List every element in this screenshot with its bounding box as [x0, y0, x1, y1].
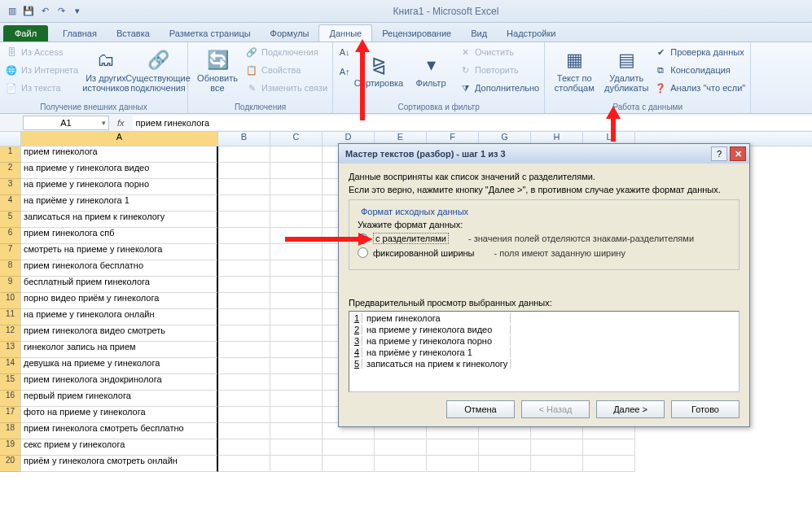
cell[interactable]	[218, 439, 270, 456]
cell[interactable]	[218, 260, 270, 277]
undo-icon[interactable]: ↶	[37, 4, 52, 19]
row-header[interactable]: 15	[0, 374, 21, 391]
existing-connections-button[interactable]: 🔗 Существующие подключения	[134, 44, 182, 98]
tab-formulas[interactable]: Формулы	[261, 25, 319, 41]
cell[interactable]: прием гинеколога	[21, 146, 218, 163]
tab-page-layout[interactable]: Разметка страницы	[160, 25, 261, 41]
cell[interactable]	[218, 212, 270, 228]
dialog-close-button[interactable]: ✕	[730, 146, 746, 161]
filter-button[interactable]: ▾ Фильтр	[406, 44, 455, 98]
row-header[interactable]: 3	[0, 179, 21, 195]
cell[interactable]	[270, 391, 323, 407]
cell[interactable]	[270, 146, 323, 163]
cell[interactable]: прием гинеколога видео смотреть	[21, 325, 218, 342]
cell[interactable]	[218, 456, 270, 472]
from-text-button[interactable]: 📄Из текста	[5, 80, 78, 96]
qat-dropdown-icon[interactable]: ▾	[70, 4, 85, 19]
row-header[interactable]: 4	[0, 195, 21, 212]
text-to-columns-button[interactable]: ▦ Текст по столбцам	[550, 44, 599, 98]
row-header[interactable]: 9	[0, 277, 21, 293]
cell[interactable]	[270, 260, 323, 277]
column-header-c[interactable]: C	[270, 132, 323, 146]
cell[interactable]	[218, 309, 270, 325]
row-header[interactable]: 14	[0, 358, 21, 374]
redo-icon[interactable]: ↷	[54, 4, 68, 19]
row-header[interactable]: 5	[0, 212, 21, 228]
radio-fixed-label[interactable]: фиксированной ширины	[373, 248, 475, 258]
cell[interactable]: прием гинеколога спб	[21, 228, 218, 244]
cell[interactable]: гинеколог запись на прием	[21, 342, 218, 358]
row-header[interactable]: 11	[0, 309, 21, 325]
row-header[interactable]: 17	[0, 407, 21, 423]
row-header[interactable]: 20	[0, 456, 21, 472]
cell[interactable]	[479, 439, 531, 456]
tab-home[interactable]: Главная	[53, 25, 107, 41]
select-all-corner[interactable]	[0, 132, 21, 146]
sort-asc-button[interactable]: A↓	[338, 44, 351, 60]
data-validation-button[interactable]: ✔Проверка данных	[654, 44, 745, 60]
cell[interactable]	[270, 309, 323, 325]
column-header-a[interactable]: A	[21, 132, 218, 146]
cell[interactable]	[218, 244, 270, 260]
cell[interactable]: на приеме у гинеколога видео	[21, 163, 218, 179]
cell[interactable]: девушка на приеме у гинеколога	[21, 358, 218, 374]
cell[interactable]: прием гинеколога смотреть бесплатно	[21, 423, 218, 439]
cell[interactable]	[270, 439, 323, 456]
dialog-titlebar[interactable]: Мастер текстов (разбор) - шаг 1 из 3 ? ✕	[339, 144, 749, 164]
row-header[interactable]: 18	[0, 423, 21, 439]
cell[interactable]: прием гинеколога бесплатно	[21, 260, 218, 277]
edit-links-button[interactable]: ✎Изменить связи	[245, 80, 327, 96]
consolidate-button[interactable]: ⧉Консолидация	[654, 62, 745, 78]
dialog-help-button[interactable]: ?	[711, 146, 727, 161]
tab-review[interactable]: Рецензирование	[372, 25, 461, 41]
next-button[interactable]: Далее >	[596, 400, 665, 418]
what-if-button[interactable]: ❓Анализ "что если"	[654, 80, 745, 96]
cell[interactable]	[218, 228, 270, 244]
clear-filter-button[interactable]: ✕Очистить	[459, 44, 539, 60]
cell[interactable]	[270, 163, 323, 179]
cell[interactable]	[270, 358, 323, 374]
cell[interactable]: на приеме у гинеколога порно	[21, 179, 218, 195]
sort-button[interactable]: ⧎ Сортировка	[354, 44, 403, 98]
tab-view[interactable]: Вид	[461, 25, 497, 41]
cell[interactable]	[218, 179, 270, 195]
tab-file[interactable]: Файл	[3, 25, 48, 41]
cell[interactable]	[531, 456, 583, 472]
advanced-filter-button[interactable]: ⧩Дополнительно	[459, 80, 539, 96]
cell[interactable]: порно видео приём у гинеколога	[21, 293, 218, 309]
cell[interactable]	[270, 456, 323, 472]
cell[interactable]	[218, 342, 270, 358]
cell[interactable]	[218, 358, 270, 374]
cell[interactable]	[270, 325, 323, 342]
cell[interactable]	[270, 342, 323, 358]
tab-data[interactable]: Данные	[318, 24, 372, 41]
cell[interactable]	[427, 439, 479, 456]
radio-delimited[interactable]	[358, 234, 368, 244]
tab-addins[interactable]: Надстройки	[497, 25, 565, 41]
row-header[interactable]: 12	[0, 325, 21, 342]
column-header-b[interactable]: B	[218, 132, 270, 146]
cell[interactable]	[583, 439, 635, 456]
remove-duplicates-button[interactable]: ▤ Удалить дубликаты	[602, 44, 651, 98]
cell[interactable]	[218, 163, 270, 179]
formula-input[interactable]	[133, 116, 812, 130]
sort-desc-button[interactable]: A↑	[338, 63, 351, 80]
row-header[interactable]: 13	[0, 342, 21, 358]
cell[interactable]	[218, 391, 270, 407]
cell[interactable]	[270, 212, 323, 228]
radio-fixed-width[interactable]	[358, 247, 368, 258]
cell[interactable]	[218, 407, 270, 423]
cell[interactable]	[270, 244, 323, 260]
cell[interactable]: на приеме у гинеколога онлайн	[21, 309, 218, 325]
cell[interactable]: записаться на прием к гинекологу	[21, 212, 218, 228]
row-header[interactable]: 8	[0, 260, 21, 277]
row-header[interactable]: 10	[0, 293, 21, 309]
from-access-button[interactable]: 🗄Из Access	[5, 44, 78, 60]
row-header[interactable]: 2	[0, 163, 21, 179]
cell[interactable]	[270, 277, 323, 293]
cell[interactable]	[270, 293, 323, 309]
cell[interactable]: первый прием гинеколога	[21, 391, 218, 407]
cell[interactable]	[323, 439, 375, 456]
from-other-sources-button[interactable]: 🗂 Из других источников	[81, 44, 130, 98]
excel-icon[interactable]: ▥	[5, 4, 20, 19]
